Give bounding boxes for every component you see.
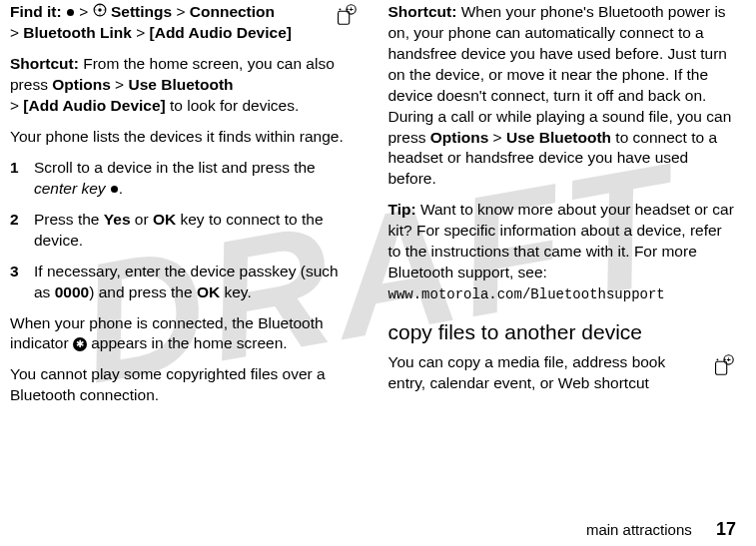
step-1-number: 1 <box>10 158 34 200</box>
path-settings: Settings <box>111 3 172 20</box>
path-connection: Connection <box>190 3 275 20</box>
step2-a: Press the <box>34 211 104 228</box>
bluetooth-badge-icon-2: + <box>710 352 736 384</box>
path-bluetooth-link: Bluetooth Link <box>23 24 132 41</box>
page-footer: main attractions 17 <box>586 519 736 540</box>
center-key-icon <box>67 9 74 16</box>
copy-files-heading: copy files to another device <box>388 318 737 346</box>
step3-b: ) and press the <box>89 283 197 300</box>
settings-wheel-icon <box>93 2 107 23</box>
right-shortcut-label: Shortcut: <box>388 3 457 20</box>
step1-a: Scroll to a device in the list and press… <box>34 159 316 176</box>
footer-page-number: 17 <box>716 519 736 539</box>
step2-ok: OK <box>153 211 176 228</box>
bluetooth-indicator-icon: ✱ <box>73 337 87 351</box>
step3-code: 0000 <box>55 283 89 300</box>
step-3-number: 3 <box>10 262 34 303</box>
connected-text: When your phone is connected, the Blueto… <box>10 313 359 355</box>
step3-c: key. <box>220 283 252 300</box>
shortcut-paragraph: Shortcut: From the home screen, you can … <box>10 54 359 117</box>
find-it-text: Find it: > Settings > Connection > Bluet… <box>10 2 325 54</box>
shortcut-label: Shortcut: <box>10 55 79 72</box>
step2-or: or <box>131 211 153 228</box>
footer-section: main attractions <box>586 521 692 538</box>
options-label: Options <box>52 76 111 93</box>
connected-b: appears in the home screen. <box>87 334 288 351</box>
tip-paragraph: Tip: Want to know more about your headse… <box>388 200 737 304</box>
svg-point-15 <box>724 359 726 361</box>
path-add-audio: [Add Audio Device] <box>150 24 292 41</box>
use-bluetooth-label: Use Bluetooth <box>128 76 233 93</box>
right-shortcut-paragraph: Shortcut: When your phone's Bluetooth po… <box>388 2 737 190</box>
copy-files-row: You can copy a media file, address book … <box>388 352 737 394</box>
add-audio-label: [Add Audio Device] <box>23 97 165 114</box>
step1-c: . <box>119 180 123 197</box>
step-1-text: Scroll to a device in the list and press… <box>34 158 359 200</box>
copyright-note: You cannot play some copyrighted files o… <box>10 364 359 406</box>
right-column: Shortcut: When your phone's Bluetooth po… <box>388 2 737 416</box>
svg-point-9 <box>339 9 341 11</box>
steps-list: 1 Scroll to a device in the list and pre… <box>10 158 359 303</box>
tip-text: Want to know more about your headset or … <box>388 201 734 280</box>
left-column: Find it: > Settings > Connection > Bluet… <box>10 2 359 416</box>
page-content: Find it: > Settings > Connection > Bluet… <box>0 0 756 416</box>
find-it-label: Find it: <box>10 3 62 20</box>
copy-files-text: You can copy a media file, address book … <box>388 352 703 394</box>
right-use-bt: Use Bluetooth <box>506 129 611 146</box>
svg-point-14 <box>717 359 719 361</box>
bluetooth-badge-icon: + <box>333 2 359 34</box>
shortcut-text-2: to look for devices. <box>166 97 300 114</box>
tip-label: Tip: <box>388 201 416 218</box>
right-shortcut-text: When your phone's Bluetooth power is on,… <box>388 3 732 146</box>
step-3-text: If necessary, enter the device passkey (… <box>34 262 359 303</box>
step-2-text: Press the Yes or OK key to connect to th… <box>34 210 359 252</box>
list-intro-text: Your phone lists the devices it finds wi… <box>10 127 359 148</box>
step3-ok: OK <box>197 283 220 300</box>
step1-centerkey: center key <box>34 180 106 197</box>
svg-point-1 <box>98 9 102 13</box>
step2-yes: Yes <box>104 211 131 228</box>
center-key-icon-2 <box>111 186 118 193</box>
svg-point-10 <box>346 9 348 11</box>
step-2-number: 2 <box>10 210 34 252</box>
step-3: 3 If necessary, enter the device passkey… <box>10 262 359 303</box>
step-2: 2 Press the Yes or OK key to connect to … <box>10 210 359 252</box>
right-options: Options <box>430 129 489 146</box>
step-1: 1 Scroll to a device in the list and pre… <box>10 158 359 200</box>
find-it-block: Find it: > Settings > Connection > Bluet… <box>10 2 359 54</box>
tip-url: www.motorola.com/Bluetoothsupport <box>388 286 665 302</box>
